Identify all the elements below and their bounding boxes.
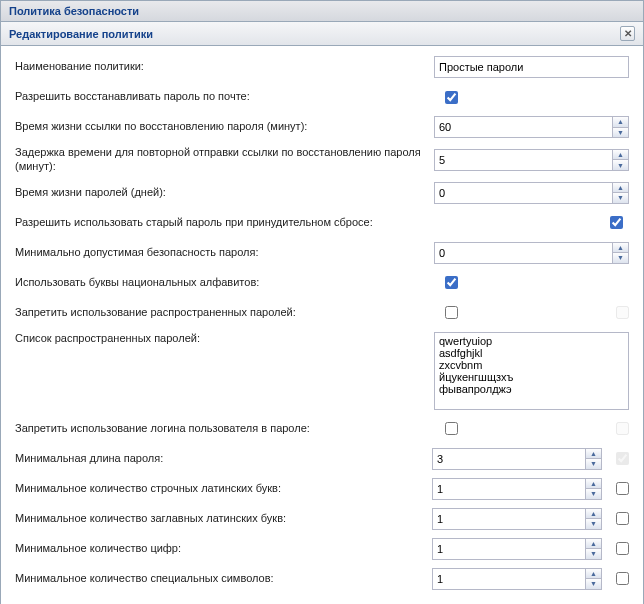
label-min-len: Минимальная длина пароля:	[15, 452, 432, 466]
spinner-min-upper: ▲▼	[432, 508, 602, 530]
input-min-strength[interactable]	[434, 242, 612, 264]
chevron-up-icon[interactable]: ▲	[586, 539, 601, 550]
input-min-digits[interactable]	[432, 538, 585, 560]
checkbox-allow-recovery[interactable]	[445, 91, 458, 104]
chevron-down-icon[interactable]: ▼	[613, 128, 628, 138]
label-link-ttl: Время жизни ссылки по восстановлению пар…	[15, 120, 434, 134]
input-name[interactable]	[434, 56, 629, 78]
checkbox-use-national[interactable]	[445, 276, 458, 289]
checkbox-min-len-trail	[616, 452, 629, 465]
label-min-strength: Минимально допустимая безопасность парол…	[15, 246, 434, 260]
spinner-resend-delay: ▲▼	[434, 149, 629, 171]
row-pwd-ttl: Время жизни паролей (дней): ▲▼	[15, 182, 629, 204]
security-policy-panel: Политика безопасности Редактирование пол…	[0, 0, 644, 604]
label-min-special: Минимальное количество специальных симво…	[15, 572, 432, 586]
chevron-down-icon[interactable]: ▼	[586, 519, 601, 529]
checkbox-min-special-trail[interactable]	[616, 572, 629, 585]
chevron-down-icon[interactable]: ▼	[613, 193, 628, 203]
row-min-digits: Минимальное количество цифр: ▲▼	[15, 538, 629, 560]
chevron-down-icon[interactable]: ▼	[586, 579, 601, 589]
row-link-ttl: Время жизни ссылки по восстановлению пар…	[15, 116, 629, 138]
input-link-ttl[interactable]	[434, 116, 612, 138]
spinner-min-special: ▲▼	[432, 568, 602, 590]
label-pwd-ttl: Время жизни паролей (дней):	[15, 186, 434, 200]
chevron-up-icon[interactable]: ▲	[586, 509, 601, 520]
chevron-up-icon[interactable]: ▲	[586, 569, 601, 580]
label-min-lower: Минимальное количество строчных латински…	[15, 482, 432, 496]
chevron-down-icon[interactable]: ▼	[586, 459, 601, 469]
chevron-down-icon[interactable]: ▼	[613, 253, 628, 263]
row-forbid-login: Запретить использование логина пользоват…	[15, 418, 629, 440]
label-forbid-common: Запретить использование распространенных…	[15, 306, 445, 320]
close-icon[interactable]: ✕	[620, 26, 635, 41]
label-allow-recovery: Разрешить восстанавливать пароль по почт…	[15, 90, 445, 104]
panel-title: Политика безопасности	[1, 1, 643, 22]
checkbox-allow-old[interactable]	[610, 216, 623, 229]
form-body: Наименование политики: Разрешить восстан…	[1, 46, 643, 604]
spinner-min-lower: ▲▼	[432, 478, 602, 500]
chevron-up-icon[interactable]: ▲	[586, 479, 601, 490]
checkbox-forbid-common-trail	[616, 306, 629, 319]
textarea-common-list[interactable]	[434, 332, 629, 410]
label-resend-delay: Задержка времени для повторной отправки …	[15, 146, 434, 174]
row-min-upper: Минимальное количество заглавных латинск…	[15, 508, 629, 530]
checkbox-min-digits-trail[interactable]	[616, 542, 629, 555]
row-min-len: Минимальная длина пароля: ▲▼	[15, 448, 629, 470]
subpanel-title: Редактирование политики	[9, 28, 153, 40]
subpanel-header: Редактирование политики ✕	[1, 22, 643, 46]
checkbox-min-upper-trail[interactable]	[616, 512, 629, 525]
spinner-min-len: ▲▼	[432, 448, 602, 470]
row-common-list: Список распространенных паролей:	[15, 332, 629, 410]
checkbox-forbid-common[interactable]	[445, 306, 458, 319]
chevron-up-icon[interactable]: ▲	[613, 117, 628, 128]
chevron-down-icon[interactable]: ▼	[586, 549, 601, 559]
row-min-strength: Минимально допустимая безопасность парол…	[15, 242, 629, 264]
row-resend-delay: Задержка времени для повторной отправки …	[15, 146, 629, 174]
label-use-national: Использовать буквы национальных алфавито…	[15, 276, 445, 290]
spinner-min-digits: ▲▼	[432, 538, 602, 560]
input-min-len[interactable]	[432, 448, 585, 470]
spinner-pwd-ttl: ▲▼	[434, 182, 629, 204]
input-resend-delay[interactable]	[434, 149, 612, 171]
checkbox-forbid-login-trail	[616, 422, 629, 435]
input-pwd-ttl[interactable]	[434, 182, 612, 204]
chevron-up-icon[interactable]: ▲	[613, 183, 628, 194]
input-min-lower[interactable]	[432, 478, 585, 500]
label-min-digits: Минимальное количество цифр:	[15, 542, 432, 556]
chevron-up-icon[interactable]: ▲	[586, 449, 601, 460]
checkbox-min-lower-trail[interactable]	[616, 482, 629, 495]
row-min-lower: Минимальное количество строчных латински…	[15, 478, 629, 500]
row-name: Наименование политики:	[15, 56, 629, 78]
input-min-special[interactable]	[432, 568, 585, 590]
row-allow-recovery: Разрешить восстанавливать пароль по почт…	[15, 86, 629, 108]
row-use-national: Использовать буквы национальных алфавито…	[15, 272, 629, 294]
label-common-list: Список распространенных паролей:	[15, 332, 434, 346]
chevron-up-icon[interactable]: ▲	[613, 150, 628, 161]
row-min-special: Минимальное количество специальных симво…	[15, 568, 629, 590]
row-forbid-common: Запретить использование распространенных…	[15, 302, 629, 324]
label-min-upper: Минимальное количество заглавных латинск…	[15, 512, 432, 526]
spinner-link-ttl: ▲▼	[434, 116, 629, 138]
checkbox-forbid-login[interactable]	[445, 422, 458, 435]
row-allow-old: Разрешить использовать старый пароль при…	[15, 212, 629, 234]
label-name: Наименование политики:	[15, 60, 434, 74]
chevron-up-icon[interactable]: ▲	[613, 243, 628, 254]
spinner-min-strength: ▲▼	[434, 242, 629, 264]
input-min-upper[interactable]	[432, 508, 585, 530]
label-forbid-login: Запретить использование логина пользоват…	[15, 422, 445, 436]
label-allow-old: Разрешить использовать старый пароль при…	[15, 216, 610, 230]
chevron-down-icon[interactable]: ▼	[613, 160, 628, 170]
chevron-down-icon[interactable]: ▼	[586, 489, 601, 499]
